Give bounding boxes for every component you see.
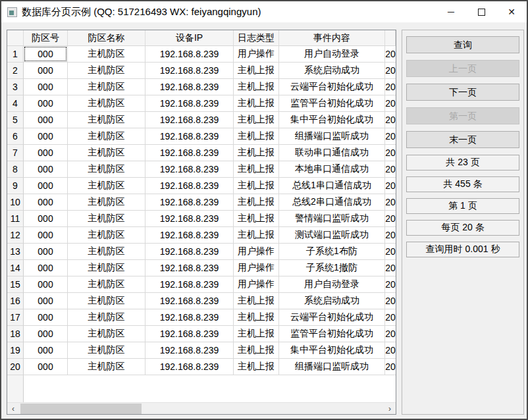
table-cell[interactable]: 主机防区 [68,309,145,326]
table-cell[interactable]: 组播端口监听成功 [279,128,385,145]
table-cell[interactable]: 000 [24,112,68,128]
table-cell[interactable]: 主机上报 [234,145,279,161]
table-cell[interactable]: 主机上报 [234,112,279,128]
table-cell[interactable]: 192.168.8.239 [145,326,234,342]
table-cell[interactable]: 主机防区 [68,161,145,178]
table-cell[interactable]: 20 [385,112,396,128]
table-cell[interactable]: 用户操作 [234,244,279,260]
table-cell[interactable]: 主机上报 [234,326,279,342]
table-cell[interactable]: 用户自动登录 [279,276,385,293]
table-cell[interactable]: 主机防区 [68,194,145,211]
next-page-button[interactable]: 下一页 [406,84,519,101]
table-cell[interactable]: 000 [24,293,68,309]
table-cell[interactable]: 192.168.8.239 [145,276,234,293]
table-cell[interactable]: 主机防区 [68,211,145,227]
table-cell[interactable]: 192.168.8.239 [145,128,234,145]
table-cell[interactable]: 系统启动成功 [279,63,385,79]
table-cell[interactable]: 192.168.8.239 [145,79,234,95]
table-cell[interactable]: 主机防区 [68,63,145,79]
table-cell[interactable]: 000 [24,79,68,95]
table-cell[interactable]: 20 [385,161,396,178]
table-cell[interactable]: 警情端口监听成功 [279,211,385,227]
table-cell[interactable]: 主机上报 [234,95,279,112]
table-cell[interactable]: 000 [24,227,68,244]
table-cell[interactable]: 000 [24,359,68,375]
table-cell[interactable]: 192.168.8.239 [145,63,234,79]
column-header[interactable]: 日志类型 [234,30,279,46]
table-cell[interactable]: 主机防区 [68,79,145,95]
table-cell[interactable]: 192.168.8.239 [145,161,234,178]
table-cell[interactable]: 20 [385,276,396,293]
table-cell[interactable]: 主机防区 [68,276,145,293]
table-cell[interactable]: 000 [24,276,68,293]
table-cell[interactable]: 000 [24,260,68,276]
table-cell[interactable]: 20 [385,63,396,79]
table-cell[interactable]: 主机上报 [234,309,279,326]
table-cell[interactable]: 192.168.8.239 [145,293,234,309]
table-cell[interactable]: 000 [24,128,68,145]
table-cell[interactable]: 本地串口通信成功 [279,161,385,178]
table-cell[interactable]: 主机上报 [234,293,279,309]
table-cell[interactable]: 20 [385,244,396,260]
table-cell[interactable]: 20 [385,227,396,244]
table-cell[interactable]: 主机上报 [234,178,279,194]
table-cell[interactable]: 主机防区 [68,227,145,244]
table-cell[interactable]: 192.168.8.239 [145,145,234,161]
table-cell[interactable]: 子系统1布防 [279,244,385,260]
table-cell[interactable]: 用户操作 [234,276,279,293]
table-cell[interactable]: 20 [385,359,396,375]
table-cell[interactable]: 主机防区 [68,342,145,359]
table-cell[interactable]: 主机防区 [68,128,145,145]
table-cell[interactable]: 主机防区 [68,95,145,112]
table-cell[interactable]: 主机防区 [68,178,145,194]
table-cell[interactable]: 20 [385,260,396,276]
table-cell[interactable]: 20 [385,178,396,194]
column-header[interactable]: 设备IP [145,30,234,46]
table-cell[interactable]: 192.168.8.239 [145,211,234,227]
column-header[interactable] [385,30,396,46]
table-cell[interactable]: 主机防区 [68,260,145,276]
scroll-right-icon[interactable]: › [384,403,396,415]
table-cell[interactable]: 监管平台初始化成功 [279,326,385,342]
table-cell[interactable]: 20 [385,46,396,63]
table-cell[interactable]: 主机防区 [68,293,145,309]
table-cell[interactable]: 主机防区 [68,359,145,375]
horizontal-scrollbar[interactable]: ‹ › [7,402,396,414]
table-cell[interactable]: 20 [385,309,396,326]
table-cell[interactable]: 主机上报 [234,79,279,95]
table-cell[interactable]: 主机上报 [234,63,279,79]
table-cell[interactable]: 192.168.8.239 [145,194,234,211]
table-cell[interactable]: 000 [24,63,68,79]
column-header[interactable]: 防区名称 [68,30,145,46]
table-cell[interactable]: 总线1串口通信成功 [279,178,385,194]
table-cell[interactable]: 192.168.8.239 [145,342,234,359]
scrollbar-thumb[interactable] [20,404,142,414]
table-cell[interactable]: 000 [24,326,68,342]
minimize-button[interactable]: ─ [436,1,466,22]
scroll-left-icon[interactable]: ‹ [7,403,19,415]
table-cell[interactable]: 000 [24,178,68,194]
table-cell[interactable]: 20 [385,293,396,309]
maximize-button[interactable] [466,1,496,22]
table-cell[interactable]: 云端平台初始化成功 [279,79,385,95]
table-cell[interactable]: 主机上报 [234,211,279,227]
table-cell[interactable]: 用户操作 [234,46,279,63]
table-cell[interactable]: 组播端口监听成功 [279,359,385,375]
table-cell[interactable]: 主机防区 [68,244,145,260]
table-cell[interactable]: 云端平台初始化成功 [279,309,385,326]
column-header[interactable]: 事件内容 [279,30,385,46]
table-cell[interactable]: 子系统1撤防 [279,260,385,276]
table-cell[interactable]: 20 [385,211,396,227]
table-cell[interactable]: 000 [24,95,68,112]
table-cell[interactable]: 集中平台初始化成功 [279,342,385,359]
table-cell[interactable]: 000 [24,342,68,359]
table-cell[interactable]: 000 [24,194,68,211]
table-cell[interactable]: 用户自动登录 [279,46,385,63]
last-page-button[interactable]: 末一页 [406,131,519,148]
table-cell[interactable]: 主机上报 [234,194,279,211]
table-cell[interactable]: 集中平台初始化成功 [279,112,385,128]
table-cell[interactable]: 20 [385,79,396,95]
table-cell[interactable]: 000 [24,244,68,260]
table-cell[interactable]: 主机上报 [234,161,279,178]
table-cell[interactable]: 主机上报 [234,128,279,145]
